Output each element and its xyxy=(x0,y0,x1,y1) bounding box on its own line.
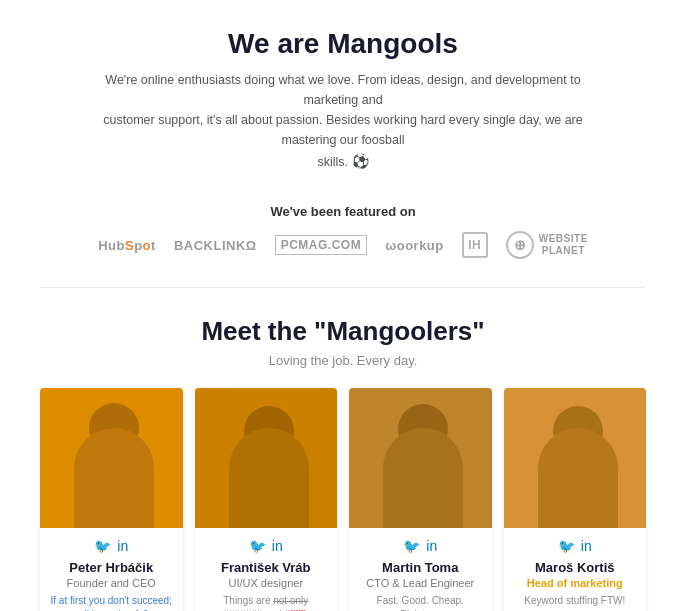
websiteplanet-text: WEBSITEPLANET xyxy=(539,233,588,257)
logo-woorkup: ωoorkup xyxy=(385,238,444,253)
maros-image xyxy=(504,388,647,528)
frantisek-info: 🐦 in František Vráb UI/UX designer Thing… xyxy=(195,528,338,611)
maros-role: Head of marketing xyxy=(514,577,637,589)
peter-name: Peter Hrbáčik xyxy=(50,560,173,575)
hero-title: We are Mangools xyxy=(80,28,606,60)
logo-ih: IH xyxy=(462,232,488,258)
frantisek-quote: Things are not only ####### and #ffffff. xyxy=(205,594,328,611)
martin-quote: Fast. Good. Cheap.Pick two. xyxy=(359,594,482,611)
peter-social: 🐦 in xyxy=(50,538,173,554)
martin-linkedin-icon[interactable]: in xyxy=(426,538,437,554)
maros-info: 🐦 in Maroš Kortiš Head of marketing Keyw… xyxy=(504,528,647,611)
frantisek-image xyxy=(195,388,338,528)
maros-body xyxy=(538,428,618,528)
team-cards-row: 🐦 in Peter Hrbáčik Founder and CEO If at… xyxy=(40,388,646,611)
maros-linkedin-icon[interactable]: in xyxy=(581,538,592,554)
martin-name: Martin Toma xyxy=(359,560,482,575)
peter-role: Founder and CEO xyxy=(50,577,173,589)
hero-section: We are Mangools We're online enthusiasts… xyxy=(0,0,686,190)
frantisek-name: František Vráb xyxy=(205,560,328,575)
maros-twitter-icon[interactable]: 🐦 xyxy=(558,538,575,554)
logos-row: HubSpot BACKLINKΩ PCMAG.COM ωoorkup IH ⊕… xyxy=(40,231,646,259)
team-card-frantisek: 🐦 in František Vráb UI/UX designer Thing… xyxy=(195,388,338,611)
peter-quote-text: If at first you don't succeed; call it v… xyxy=(51,595,172,611)
peter-info: 🐦 in Peter Hrbáčik Founder and CEO If at… xyxy=(40,528,183,611)
martin-role: CTO & Lead Engineer xyxy=(359,577,482,589)
frantisek-twitter-icon[interactable]: 🐦 xyxy=(249,538,266,554)
martin-twitter-icon[interactable]: 🐦 xyxy=(403,538,420,554)
martin-social: 🐦 in xyxy=(359,538,482,554)
team-title: Meet the "Mangoolers" xyxy=(40,316,646,347)
frantisek-social: 🐦 in xyxy=(205,538,328,554)
logo-pcmag: PCMAG.COM xyxy=(275,235,368,255)
hubspot-dot: S xyxy=(125,238,134,253)
team-card-peter: 🐦 in Peter Hrbáčik Founder and CEO If at… xyxy=(40,388,183,611)
maros-name: Maroš Kortiš xyxy=(514,560,637,575)
section-divider xyxy=(40,287,646,288)
hero-desc-line1: We're online enthusiasts doing what we l… xyxy=(103,73,582,169)
page-wrapper: We are Mangools We're online enthusiasts… xyxy=(0,0,686,611)
hero-description: We're online enthusiasts doing what we l… xyxy=(80,70,606,172)
maros-social: 🐦 in xyxy=(514,538,637,554)
frantisek-linkedin-icon[interactable]: in xyxy=(272,538,283,554)
martin-image xyxy=(349,388,492,528)
team-card-martin: 🐦 in Martin Toma CTO & Lead Engineer Fas… xyxy=(349,388,492,611)
websiteplanet-icon: ⊕ xyxy=(506,231,534,259)
peter-image xyxy=(40,388,183,528)
peter-twitter-icon[interactable]: 🐦 xyxy=(94,538,111,554)
emoji: ⚽ xyxy=(352,153,369,169)
peter-linkedin-icon[interactable]: in xyxy=(117,538,128,554)
team-section: Meet the "Mangoolers" Loving the job. Ev… xyxy=(0,306,686,611)
peter-body xyxy=(74,428,154,528)
peter-quote: If at first you don't succeed; call it v… xyxy=(50,594,173,611)
logo-websiteplanet: ⊕ WEBSITEPLANET xyxy=(506,231,588,259)
featured-section: We've been featured on HubSpot BACKLINKΩ… xyxy=(0,190,686,269)
martin-body xyxy=(383,428,463,528)
martin-info: 🐦 in Martin Toma CTO & Lead Engineer Fas… xyxy=(349,528,492,611)
team-subtitle: Loving the job. Every day. xyxy=(40,353,646,368)
team-card-maros: 🐦 in Maroš Kortiš Head of marketing Keyw… xyxy=(504,388,647,611)
frantisek-body xyxy=(229,428,309,528)
logo-hubspot: HubSpot xyxy=(98,238,156,253)
frantisek-role: UI/UX designer xyxy=(205,577,328,589)
featured-label: We've been featured on xyxy=(40,204,646,219)
logo-backlinko: BACKLINKΩ xyxy=(174,238,257,253)
maros-quote: Keyword stuffing FTW! xyxy=(514,594,637,608)
